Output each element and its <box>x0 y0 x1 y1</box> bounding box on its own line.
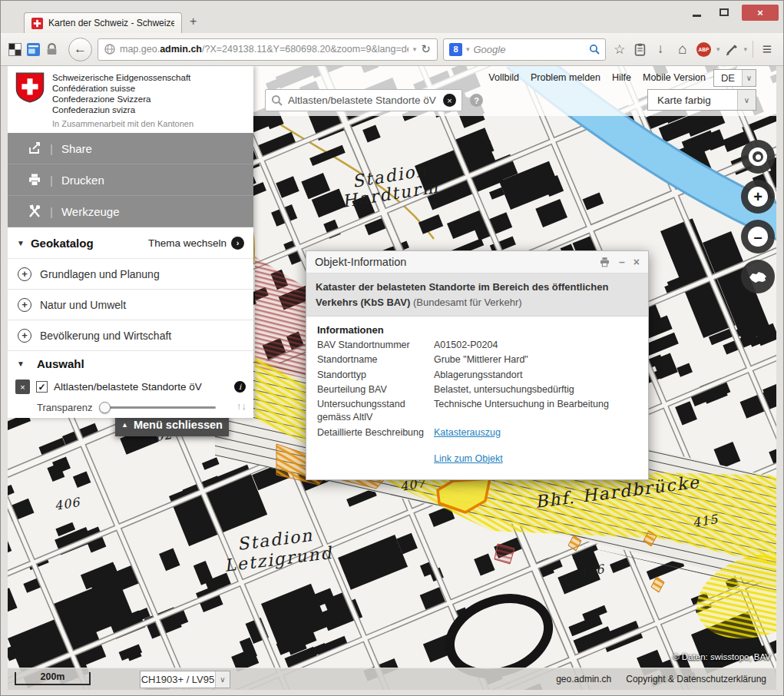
bookmark-star-icon[interactable]: ☆ <box>611 41 628 58</box>
sidebar: Schweizerische Eidgenossenschaft Confédé… <box>8 66 253 418</box>
auswahl-header[interactable]: ▼ Auswahl <box>8 351 253 376</box>
switzerland-icon <box>748 270 768 283</box>
map-search-input[interactable] <box>288 94 438 106</box>
zoom-out-button[interactable]: – <box>741 220 775 254</box>
web-search-input[interactable] <box>473 44 584 55</box>
magnifier-icon[interactable] <box>589 44 600 55</box>
close-popup-icon[interactable]: × <box>633 256 640 268</box>
downloads-icon[interactable]: ↓ <box>652 41 669 57</box>
geolocate-button[interactable] <box>741 140 775 174</box>
copyright-link[interactable]: Copyright & Datenschutzerklärung <box>626 674 766 684</box>
minimize-popup-icon[interactable]: – <box>619 256 625 268</box>
swiss-cross-favicon <box>31 18 43 29</box>
locate-icon <box>749 147 767 166</box>
link-zum-objekt-link[interactable]: Link zum Objekt <box>434 452 637 466</box>
geokatalog-label: Geokatalog <box>31 237 94 250</box>
new-tab-button[interactable]: + <box>190 15 197 28</box>
plus-circle-icon: + <box>18 329 31 343</box>
maximize-button[interactable] <box>714 5 734 20</box>
url-bar[interactable]: map.geo.admin.ch/?X=249138.11&Y=680698.2… <box>98 38 438 61</box>
active-layer-panel: × ✓ Altlasten/belastete Standorte öV i T… <box>8 376 253 418</box>
thema-wechseln-button[interactable]: Thema wechseln › <box>148 237 244 250</box>
swiss-shield-icon <box>15 72 45 103</box>
search-help-button[interactable]: ? <box>470 94 483 107</box>
url-text: map.geo.admin.ch/?X=249138.11&Y=680698.2… <box>120 44 409 55</box>
katasterauszug-link[interactable]: Katasterauszug <box>434 426 637 439</box>
category-grundlagen[interactable]: + Grundlagen und Planung <box>8 259 253 290</box>
map-viewport[interactable]: Stadion Hardturm Bhf. Hardbrücke Stadion… <box>8 66 776 690</box>
link-problem-melden[interactable]: Problem melden <box>531 72 600 83</box>
sidebar-item-drucken[interactable]: | Drucken <box>8 164 253 196</box>
info-row: Detaillierte BeschreibungKatasterauszug <box>317 426 637 439</box>
checker-addon-icon[interactable] <box>8 43 22 56</box>
minimize-button[interactable] <box>686 5 706 20</box>
titlebar: Karten der Schweiz - Schweize... + × <box>1 1 783 33</box>
print-icon[interactable] <box>599 257 610 267</box>
footer-links: geo.admin.ch Copyright & Datenschutzerkl… <box>556 674 766 684</box>
web-search-bar[interactable]: 8 ▾ <box>443 38 606 61</box>
link-vollbild[interactable]: Vollbild <box>488 72 519 83</box>
url-dropdown-icon[interactable]: ▾ <box>413 45 417 53</box>
category-bevoelkerung[interactable]: + Bevölkerung und Wirtschaft <box>8 320 253 351</box>
popup-title: Objekt-Information <box>315 256 406 268</box>
thema-wechseln-label: Thema wechseln <box>148 237 227 249</box>
drucken-label: Drucken <box>61 174 104 187</box>
pen-dropdown-icon[interactable]: ▾ <box>743 45 747 53</box>
reload-icon[interactable]: ↻ <box>421 42 431 56</box>
confederation-logo-block: Schweizerische Eidgenossenschaft Confédé… <box>8 66 253 133</box>
home-icon[interactable]: ⌂ <box>674 41 691 58</box>
minus-icon: – <box>748 227 768 247</box>
maximize-icon <box>719 8 729 16</box>
sidebar-item-werkzeuge[interactable]: | Werkzeuge <box>8 196 253 227</box>
default-extent-button[interactable] <box>741 260 775 293</box>
link-hilfe[interactable]: Hilfe <box>612 72 631 83</box>
plus-icon: + <box>748 187 768 207</box>
toolbar-divider <box>753 41 753 58</box>
werkzeuge-label: Werkzeuge <box>61 205 120 218</box>
popup-header[interactable]: Objekt-Information – × <box>306 251 648 273</box>
sidebar-item-share[interactable]: | Share <box>8 133 253 164</box>
search-engine-dropdown-icon[interactable]: ▾ <box>466 45 470 53</box>
pen-addon-icon[interactable] <box>725 43 738 56</box>
category-label: Grundlagen und Planung <box>40 268 160 280</box>
browser-tab[interactable]: Karten der Schweiz - Schweize... <box>24 12 182 33</box>
hamburger-menu-icon[interactable]: ≡ <box>759 40 776 58</box>
close-menu-label: Menü schliessen <box>134 419 223 431</box>
window-controls: × <box>686 4 779 21</box>
chevron-down-icon: ∨ <box>737 90 756 110</box>
triangle-down-icon: ▼ <box>17 360 25 368</box>
info-row: Beurteilung BAVBelastet, untersuchungsbe… <box>317 383 637 396</box>
layer-info-icon[interactable]: i <box>234 381 246 393</box>
category-label: Natur und Umwelt <box>40 299 126 311</box>
projection-select[interactable]: CH1903+ / LV95 ∨ <box>140 671 230 688</box>
lock-addon-icon[interactable] <box>45 43 58 56</box>
link-mobile-version[interactable]: Mobile Version <box>643 72 706 83</box>
layer-checkbox-checked[interactable]: ✓ <box>36 381 48 393</box>
tools-icon <box>28 204 41 218</box>
logo-line: Confédération suisse <box>52 83 194 94</box>
tab-title: Karten der Schweiz - Schweize... <box>48 18 174 28</box>
logo-line: Confederazione Svizzera <box>52 94 194 104</box>
window-addon-icon[interactable] <box>27 43 40 56</box>
layer-reorder-arrows[interactable]: ↑↓ <box>237 400 246 412</box>
bookmarks-clipboard-icon[interactable] <box>633 43 647 56</box>
arrow-circle-icon: › <box>231 237 244 250</box>
geoadmin-link[interactable]: geo.admin.ch <box>556 674 611 684</box>
adblock-icon[interactable]: ABP <box>696 42 711 57</box>
geokatalog-header[interactable]: ▼ Geokatalog Thema wechseln › <box>8 227 253 259</box>
remove-layer-button[interactable]: × <box>15 379 30 394</box>
language-select[interactable]: DE ∨ <box>713 69 756 87</box>
chevron-down-icon: ∨ <box>215 671 230 688</box>
back-button[interactable]: ← <box>68 38 92 61</box>
zoom-in-button[interactable]: + <box>741 180 775 214</box>
navigation-toolbar: ← map.geo.admin.ch/?X=249138.11&Y=680698… <box>1 33 783 66</box>
close-window-button[interactable]: × <box>742 5 779 21</box>
category-natur-umwelt[interactable]: + Natur und Umwelt <box>8 290 253 320</box>
transparency-slider-thumb[interactable] <box>99 402 111 413</box>
map-style-select[interactable]: Karte farbig ∨ <box>647 89 756 111</box>
clear-search-button[interactable]: × <box>443 94 456 107</box>
map-search-box[interactable]: × <box>265 89 462 111</box>
transparency-slider[interactable] <box>101 406 216 409</box>
adblock-dropdown-icon[interactable]: ▾ <box>716 45 720 53</box>
map-controls: + – <box>741 140 775 293</box>
